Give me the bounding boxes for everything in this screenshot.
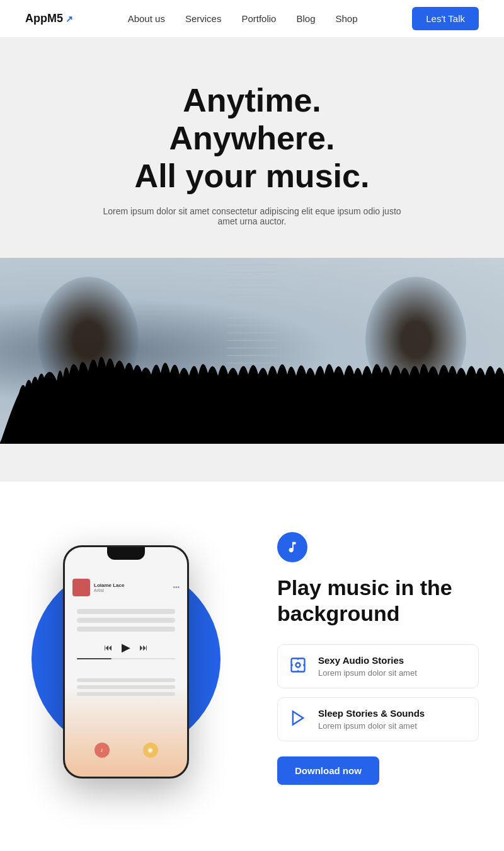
feature-card-2: Sleep Stories & Sounds Lorem ipsum dolor… (277, 697, 479, 741)
feature-content: Play music in the background Sexy Audio … (277, 532, 479, 785)
phone-forward-icon[interactable]: ⏭ (139, 642, 148, 652)
hero-subtitle: Lorem ipsum dolor sit amet consectetur a… (94, 206, 410, 226)
phone-rewind-icon[interactable]: ⏮ (104, 642, 113, 652)
phone-bottom-icon-2: ◉ (143, 743, 158, 758)
logo-text: AppM5 (25, 12, 63, 25)
phone-album-thumb (72, 579, 90, 596)
audio-stories-icon (289, 656, 309, 676)
phone-playlist-2 (77, 678, 175, 699)
phone-album-row: Lolame Lace Artist ••• (65, 579, 187, 596)
feature-title-line1: Play music in the (277, 576, 452, 599)
phone-mockup: Lolame Lace Artist ••• ⏮ ▶ ⏭ (63, 545, 189, 779)
svg-point-2 (296, 663, 301, 667)
logo[interactable]: AppM5 ↗ (25, 12, 73, 25)
download-section: Download & Listen 9:41 ●●● Hey Siri play… (0, 835, 504, 851)
nav-blog[interactable]: Blog (296, 13, 315, 24)
svg-marker-3 (293, 711, 303, 724)
nav-shop[interactable]: Shop (335, 13, 357, 24)
svg-rect-1 (292, 658, 305, 671)
feature-card-2-desc: Lorem ipsum dolor sit amet (318, 721, 425, 731)
phone-notch (107, 547, 145, 560)
download-now-button[interactable]: Download now (277, 756, 379, 785)
logo-arrow-icon: ↗ (66, 14, 73, 24)
feature-title-line2: background (277, 601, 400, 625)
feature-card-2-title: Sleep Stories & Sounds (318, 708, 425, 719)
hero-line1: Anytime. (183, 82, 321, 119)
phone-screen: Lolame Lace Artist ••• ⏮ ▶ ⏭ (65, 547, 187, 777)
playlist-item (77, 678, 175, 682)
nav-links: About us Services Portfolio Blog Shop (128, 13, 358, 24)
hero-section: Anytime. Anywhere. All your music. Lorem… (0, 38, 504, 258)
concert-image (0, 258, 504, 444)
playlist-item (77, 685, 175, 689)
feature-card-1-desc: Lorem ipsum dolor sit amet (318, 668, 417, 678)
nav-portfolio[interactable]: Portfolio (241, 13, 276, 24)
feature-card-1: Sexy Audio Stories Lorem ipsum dolor sit… (277, 644, 479, 688)
playlist-item (77, 618, 175, 623)
hero-bottom-gray (0, 444, 504, 482)
feature-title: Play music in the background (277, 575, 479, 627)
nav-cta-button[interactable]: Les't Talk (412, 7, 479, 30)
phone-play-icon[interactable]: ▶ (122, 640, 130, 654)
feature-card-1-text: Sexy Audio Stories Lorem ipsum dolor sit… (318, 655, 417, 678)
music-note-icon (285, 540, 299, 554)
playlist-item (77, 609, 175, 614)
phone-bottom-icons: ♪ ◉ (65, 743, 187, 758)
feature-card-2-text: Sleep Stories & Sounds Lorem ipsum dolor… (318, 708, 425, 731)
phone-track-info: Lolame Lace Artist (94, 582, 169, 593)
phone-artist: Artist (94, 588, 169, 593)
feature-section: Lolame Lace Artist ••• ⏮ ▶ ⏭ (0, 482, 504, 835)
navbar: AppM5 ↗ About us Services Portfolio Blog… (0, 0, 504, 38)
hero-line2: Anywhere. (169, 120, 335, 156)
hero-heading: Anytime. Anywhere. All your music. (25, 82, 479, 195)
nav-about[interactable]: About us (128, 13, 165, 24)
feature-phone-wrap: Lolame Lace Artist ••• ⏮ ▶ ⏭ (25, 539, 239, 779)
sleep-stories-icon (289, 709, 309, 729)
feature-card-1-title: Sexy Audio Stories (318, 655, 417, 666)
phone-dots-icon: ••• (173, 584, 180, 591)
phone-track-name: Lolame Lace (94, 582, 169, 588)
phone-controls: ⏮ ▶ ⏭ (104, 640, 148, 654)
phone-bottom-icon-1: ♪ (94, 743, 110, 758)
phone-progress-bar (77, 658, 175, 659)
nav-services[interactable]: Services (185, 13, 222, 24)
phone-progress-fill (77, 658, 111, 659)
playlist-item (77, 692, 175, 696)
hero-line3: All your music. (135, 158, 370, 194)
music-note-icon-circle (277, 532, 307, 562)
crowd-silhouette (0, 343, 504, 444)
playlist-item (77, 627, 175, 632)
phone-playlist (77, 609, 175, 635)
